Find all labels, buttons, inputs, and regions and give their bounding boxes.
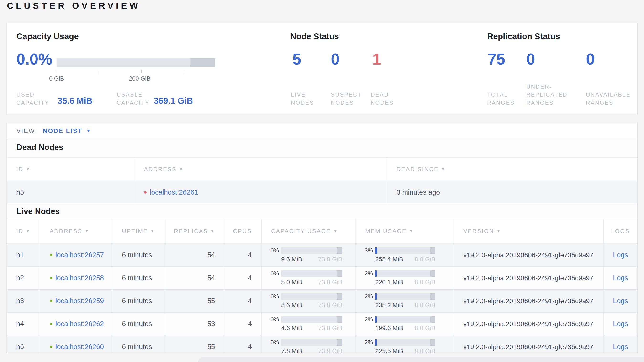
usage-values-row: 4.6 MiB73.8 GiB <box>281 324 342 332</box>
live-nodes-label: LIVE NODES <box>291 91 314 107</box>
logs-link[interactable]: Logs <box>613 297 628 305</box>
usage-used-value: 7.8 MiB <box>281 347 302 353</box>
column-header-capacity-usage[interactable]: CAPACITY USAGE▼ <box>262 219 356 244</box>
column-header-mem-usage[interactable]: MEM USAGE▼ <box>356 219 454 244</box>
usage-cap: 0%7.8 MiB73.8 GiB <box>266 339 342 353</box>
cpus-cell: 4 <box>225 312 262 335</box>
usage-total-value: 8.0 GiB <box>414 256 436 263</box>
node-address-link[interactable]: localhost:26259 <box>56 297 104 305</box>
column-header-address[interactable]: ADDRESS▼ <box>40 219 112 244</box>
usage-fill-segment <box>375 339 377 345</box>
logs-link[interactable]: Logs <box>613 251 628 259</box>
usage-bar <box>281 248 342 254</box>
used-capacity-label: USED CAPACITY <box>16 91 49 107</box>
under-replicated-label: UNDER- REPLICATED RANGES <box>526 83 568 107</box>
column-header-id[interactable]: ID▼ <box>7 157 134 181</box>
node-status-title: Node Status <box>290 32 339 41</box>
usage-bar-row: 2% <box>360 270 436 277</box>
version-value: v19.2.0-alpha.20190606-2491-gfe735c9a97 <box>463 274 594 282</box>
unavailable-ranges-count: 0 <box>586 49 595 69</box>
suspect-nodes-count: 0 <box>331 49 340 69</box>
uptime-cell: 6 minutes <box>112 312 166 335</box>
usage-bar <box>281 293 342 300</box>
summary-panel: Capacity Usage 0.0% 0 GiB 200 GiB USED C… <box>6 23 638 114</box>
node-address-cell: localhost:26257 <box>40 244 112 267</box>
usage-bar-row: 0% <box>266 339 342 346</box>
usage-fill-segment <box>375 316 377 322</box>
column-header-label: REPLICAS <box>174 228 208 235</box>
column-header-label: CAPACITY USAGE <box>271 228 331 235</box>
usage-percent: 0% <box>266 270 279 277</box>
cpus-cell: 4 <box>225 290 262 312</box>
usage-fill-segment <box>375 293 377 300</box>
usage-used-value: 220.1 MiB <box>375 279 403 286</box>
uptime-cell: 6 minutes <box>112 267 166 290</box>
capacity-percent: 0.0% <box>16 49 52 69</box>
usage-reserved-segment <box>430 270 436 277</box>
usage-cell-cap: 0%7.8 MiB73.8 GiB <box>262 335 356 353</box>
usage-bar-row: 2% <box>360 316 436 323</box>
usable-capacity-label: USABLE CAPACITY <box>117 91 150 107</box>
column-header-dead-since[interactable]: DEAD SINCE▼ <box>387 157 637 181</box>
gauge-tick <box>141 70 142 73</box>
node-list-dropdown-value: NODE LIST <box>43 127 82 135</box>
column-header-version[interactable]: VERSION▼ <box>454 219 604 244</box>
uptime-cell: 6 minutes <box>112 335 166 353</box>
gauge-tick <box>56 70 57 73</box>
column-header-address[interactable]: ADDRESS▼ <box>134 157 387 181</box>
column-header-label: LOGS <box>611 228 630 235</box>
node-id-cell: n6 <box>7 335 40 353</box>
node-address-cell: localhost:26262 <box>40 312 112 335</box>
page-title: CLUSTER OVERVIEW <box>7 1 140 11</box>
column-header-id[interactable]: ID▼ <box>7 219 40 244</box>
usage-bar-row: 0% <box>266 270 342 277</box>
version-cell: v19.2.0-alpha.20190606-2491-gfe735c9a97 <box>454 312 604 335</box>
usage-bar <box>375 339 436 345</box>
node-address-link[interactable]: localhost:26262 <box>56 320 104 328</box>
usage-mem: 2%235.2 MiB8.0 GiB <box>360 293 436 309</box>
dead-node-id-cell: n5 <box>7 181 134 204</box>
dead-status-dot <box>144 191 146 194</box>
replicas-cell: 54 <box>166 267 225 290</box>
live-status-dot <box>50 254 52 256</box>
logs-link[interactable]: Logs <box>613 320 628 328</box>
logs-link[interactable]: Logs <box>613 343 628 351</box>
usage-bar-row: 0% <box>266 316 342 323</box>
column-header-replicas[interactable]: REPLICAS▼ <box>166 219 225 244</box>
column-header-uptime[interactable]: UPTIME▼ <box>112 219 166 244</box>
column-header-label: CPUS <box>233 228 252 235</box>
usage-cap: 0%8.6 MiB73.8 GiB <box>266 293 342 309</box>
usage-total-value: 73.8 GiB <box>318 324 342 332</box>
logs-cell: Logs <box>604 267 637 290</box>
usage-cell-cap: 0%5.0 MiB73.8 GiB <box>262 267 356 290</box>
version-cell: v19.2.0-alpha.20190606-2491-gfe735c9a97 <box>454 335 604 353</box>
node-address-link[interactable]: localhost:26261 <box>150 189 198 196</box>
cpus-cell: 4 <box>225 267 262 290</box>
sort-descending-icon: ▼ <box>496 229 501 234</box>
node-id-cell: n4 <box>7 312 40 335</box>
usage-percent: 0% <box>266 247 279 254</box>
usage-total-value: 8.0 GiB <box>414 347 436 353</box>
capacity-gauge-reserved-segment <box>190 58 215 67</box>
replicas-cell: 55 <box>166 290 225 312</box>
usage-reserved-segment <box>336 248 342 254</box>
usage-reserved-segment <box>430 316 436 322</box>
capacity-usage-title: Capacity Usage <box>16 32 79 41</box>
usage-mem: 2%225.5 MiB8.0 GiB <box>360 339 436 353</box>
node-address-link[interactable]: localhost:26257 <box>56 251 104 259</box>
usage-total-value: 8.0 GiB <box>414 324 436 332</box>
version-cell: v19.2.0-alpha.20190606-2491-gfe735c9a97 <box>454 267 604 290</box>
node-address-link[interactable]: localhost:26260 <box>56 343 104 351</box>
logs-link[interactable]: Logs <box>613 274 628 282</box>
sort-descending-icon: ▼ <box>409 229 414 234</box>
usage-cap: 0%9.6 MiB73.8 GiB <box>266 247 342 263</box>
node-address-link[interactable]: localhost:26258 <box>56 274 104 282</box>
usable-capacity-value: 369.1 GiB <box>154 96 193 106</box>
node-address-cell: localhost:26258 <box>40 267 112 290</box>
live-status-dot <box>50 277 52 279</box>
cluster-overview-page: CLUSTER OVERVIEW Capacity Usage 0.0% 0 G… <box>0 0 644 362</box>
usage-used-value: 8.6 MiB <box>281 301 302 309</box>
view-selector-bar: VIEW: NODE LIST ▼ <box>6 123 638 139</box>
sort-descending-icon: ▼ <box>26 167 30 172</box>
node-list-dropdown[interactable]: NODE LIST ▼ <box>43 127 91 135</box>
